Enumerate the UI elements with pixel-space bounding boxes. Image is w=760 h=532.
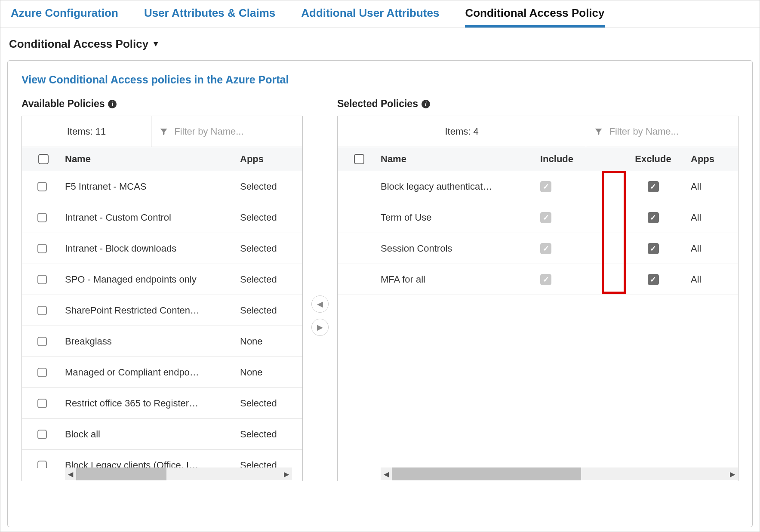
policy-apps: None [240,336,302,347]
policy-name: Term of Use [381,212,540,223]
row-checkbox[interactable] [37,430,47,439]
row-checkbox[interactable] [37,244,47,253]
section-toggle[interactable]: Conditional Access Policy ▼ [0,28,760,60]
policy-apps: All [691,181,738,192]
selected-horizontal-scrollbar[interactable]: ◀ ▶ [381,467,738,480]
remove-button[interactable]: ◀ [311,295,329,313]
policy-name: SharePoint Restricted Conten… [65,305,240,316]
scroll-right-icon[interactable]: ▶ [281,467,292,480]
filter-icon [594,126,603,137]
policy-name: Block Legacy clients (Office, I… [65,460,240,468]
exclude-checkbox[interactable]: ✓ [648,181,659,192]
selected-filter-input[interactable] [609,126,730,137]
include-checkbox: ✓ [540,274,551,285]
tab-conditional-access-policy[interactable]: Conditional Access Policy [465,6,604,28]
policy-name: Session Controls [381,243,540,254]
policy-apps: All [691,274,738,285]
shuttle-controls: ◀ ▶ [311,244,329,336]
scroll-right-icon[interactable]: ▶ [727,467,738,480]
policy-apps: Selected [240,181,302,192]
available-filter-input[interactable] [174,126,295,137]
table-row[interactable]: F5 Intranet - MCASSelected [22,171,302,202]
policy-name: F5 Intranet - MCAS [65,181,240,192]
table-row[interactable]: BreakglassNone [22,326,302,357]
table-row[interactable]: Session Controls✓✓All [338,233,738,264]
policy-apps: All [691,243,738,254]
selected-header-include[interactable]: Include [540,154,615,165]
section-title-label: Conditional Access Policy [9,37,148,51]
policy-name: SPO - Managed endpoints only [65,274,240,285]
available-horizontal-scrollbar[interactable]: ◀ ▶ [65,467,292,480]
exclude-checkbox[interactable]: ✓ [648,274,659,285]
table-row[interactable]: Restrict office 365 to Register…Selected [22,388,302,419]
info-icon[interactable]: i [108,100,117,108]
policy-name: Block all [65,429,240,440]
selected-header-apps[interactable]: Apps [691,154,738,165]
policy-apps: All [691,212,738,223]
row-checkbox[interactable] [37,337,47,346]
scroll-left-icon[interactable]: ◀ [65,467,76,480]
policy-apps: None [240,367,302,378]
table-row[interactable]: SPO - Managed endpoints onlySelected [22,264,302,295]
selected-header-exclude[interactable]: Exclude [615,154,691,165]
available-items-count: Items: 11 [22,116,151,147]
policy-apps: Selected [240,398,302,409]
policy-name: Block legacy authenticat… [381,181,540,192]
table-row[interactable]: Block Legacy clients (Office, I…Selected [22,450,302,468]
info-icon[interactable]: i [422,100,430,108]
policy-apps: Selected [240,429,302,440]
filter-icon [159,126,168,137]
tab-additional-user-attributes[interactable]: Additional User Attributes [301,6,439,28]
policy-name: Intranet - Custom Control [65,212,240,223]
available-header-name[interactable]: Name [65,154,240,165]
policy-name: Restrict office 365 to Register… [65,398,240,409]
selected-policies-block: Selected Policies i Items: 4 [337,98,738,481]
table-row[interactable]: MFA for all✓✓All [338,264,738,295]
scroll-left-icon[interactable]: ◀ [381,467,392,480]
policy-apps: Selected [240,305,302,316]
include-checkbox: ✓ [540,212,551,223]
available-select-all-checkbox[interactable] [38,154,49,164]
policy-name: MFA for all [381,274,540,285]
row-checkbox[interactable] [37,368,47,377]
selected-select-all-checkbox[interactable] [354,154,364,164]
available-policies-block: Available Policies i Items: 11 [22,98,303,481]
chevron-down-icon: ▼ [152,40,160,49]
row-checkbox[interactable] [37,399,47,408]
available-title-label: Available Policies [22,98,105,110]
policy-apps: Selected [240,460,302,468]
available-header-apps[interactable]: Apps [240,154,302,165]
add-button[interactable]: ▶ [311,319,329,336]
table-row[interactable]: Managed or Compliant endpo…None [22,357,302,388]
row-checkbox[interactable] [37,461,47,468]
table-row[interactable]: Term of Use✓✓All [338,202,738,233]
table-row[interactable]: SharePoint Restricted Conten…Selected [22,295,302,326]
selected-title-label: Selected Policies [337,98,418,110]
exclude-checkbox[interactable]: ✓ [648,212,659,223]
table-row[interactable]: Intranet - Custom ControlSelected [22,202,302,233]
row-checkbox[interactable] [37,213,47,222]
selected-items-count: Items: 4 [338,116,586,147]
table-row[interactable]: Block legacy authenticat…✓✓All [338,171,738,202]
selected-header-name[interactable]: Name [381,154,540,165]
tab-azure-configuration[interactable]: Azure Configuration [11,6,118,28]
selected-policies-title: Selected Policies i [337,98,738,110]
policy-name: Intranet - Block downloads [65,243,240,254]
tab-bar: Azure Configuration User Attributes & Cl… [0,0,760,28]
include-checkbox: ✓ [540,243,551,254]
policy-name: Managed or Compliant endpo… [65,367,240,378]
policy-apps: Selected [240,243,302,254]
include-checkbox: ✓ [540,181,551,192]
table-row[interactable]: Intranet - Block downloadsSelected [22,233,302,264]
policy-apps: Selected [240,212,302,223]
available-policies-title: Available Policies i [22,98,303,110]
row-checkbox[interactable] [37,306,47,315]
row-checkbox[interactable] [37,275,47,284]
table-row[interactable]: Block allSelected [22,419,302,450]
exclude-checkbox[interactable]: ✓ [648,243,659,254]
policy-panel: View Conditional Access policies in the … [7,60,753,527]
tab-user-attributes-claims[interactable]: User Attributes & Claims [144,6,275,28]
azure-portal-link[interactable]: View Conditional Access policies in the … [22,74,289,86]
policy-name: Breakglass [65,336,240,347]
row-checkbox[interactable] [37,182,47,191]
